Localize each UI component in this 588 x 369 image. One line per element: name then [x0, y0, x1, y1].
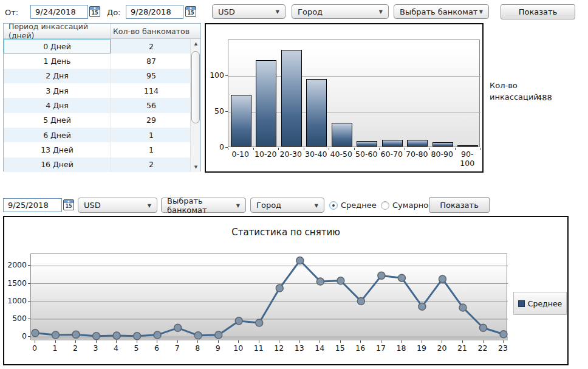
from-calendar-icon[interactable]: 15: [89, 6, 100, 17]
to-date-input[interactable]: 9/28/2018: [126, 5, 183, 19]
table-row[interactable]: 5 Дней29: [4, 113, 191, 128]
table-row[interactable]: 16 Дней2: [4, 157, 191, 172]
table-row[interactable]: 13 Дней1: [4, 142, 191, 157]
total-radio[interactable]: [381, 201, 389, 210]
x-axis-tick: [360, 340, 361, 343]
cell-period[interactable]: 1 День: [4, 53, 111, 68]
currency-dropdown-bottom[interactable]: USD ▼: [78, 198, 157, 213]
cell-count[interactable]: 87: [111, 53, 191, 68]
data-point[interactable]: [154, 331, 161, 339]
city-dropdown-top[interactable]: Город ▼: [292, 4, 389, 19]
date-input-bottom[interactable]: 9/25/2018: [3, 198, 62, 212]
x-axis-tick: [253, 148, 254, 150]
cell-period[interactable]: 6 Дней: [4, 128, 111, 142]
scroll-up-icon[interactable]: ▲: [191, 39, 201, 49]
data-point[interactable]: [215, 331, 222, 339]
y-axis-tick-label: 50: [206, 106, 224, 116]
cell-count[interactable]: 2: [111, 39, 191, 53]
bar[interactable]: [281, 50, 302, 147]
data-point[interactable]: [72, 331, 80, 338]
to-calendar-icon[interactable]: 15: [185, 6, 196, 17]
bar[interactable]: [357, 141, 377, 147]
x-axis-tick-label: 90-100: [455, 150, 480, 168]
from-date-input[interactable]: 9/24/2018: [30, 5, 88, 19]
data-point[interactable]: [357, 297, 364, 305]
data-point[interactable]: [52, 331, 60, 339]
table-row[interactable]: 2 Дня95: [4, 69, 191, 83]
data-point[interactable]: [276, 285, 283, 292]
data-point[interactable]: [134, 333, 141, 340]
currency-dropdown-top[interactable]: USD ▼: [212, 4, 285, 19]
city-value: Город: [298, 7, 323, 16]
x-axis-tick: [278, 148, 279, 150]
scrollbar-thumb[interactable]: [191, 51, 200, 123]
bar[interactable]: [231, 95, 251, 147]
x-axis-tick: [177, 340, 178, 343]
data-point[interactable]: [113, 332, 120, 339]
data-point[interactable]: [500, 331, 507, 338]
average-radio-label[interactable]: Среднее: [341, 201, 377, 210]
cell-count[interactable]: 2: [111, 157, 191, 172]
data-point[interactable]: [419, 303, 426, 310]
table-row[interactable]: 4 Дня56: [4, 98, 191, 112]
table-row[interactable]: 3 Дня114: [4, 83, 191, 98]
data-point[interactable]: [256, 319, 263, 326]
cell-period[interactable]: 3 Дня: [4, 83, 111, 98]
cell-period[interactable]: 13 Дней: [4, 142, 111, 157]
show-button-top[interactable]: Показать: [501, 4, 575, 19]
bar[interactable]: [382, 140, 403, 147]
data-point[interactable]: [378, 272, 385, 279]
table-scrollbar[interactable]: ▲ ▼: [190, 39, 200, 172]
cell-count[interactable]: 29: [111, 113, 191, 128]
bar[interactable]: [407, 140, 428, 147]
cell-count[interactable]: 1: [111, 128, 191, 142]
bar[interactable]: [332, 123, 352, 147]
data-point[interactable]: [296, 257, 304, 264]
data-point[interactable]: [398, 274, 405, 281]
city-dropdown-bottom[interactable]: Город ▼: [250, 198, 324, 213]
total-radio-label[interactable]: Сумарное: [392, 201, 433, 210]
cell-period[interactable]: 4 Дня: [4, 98, 111, 112]
table-row[interactable]: 1 День87: [4, 53, 191, 68]
bar[interactable]: [432, 142, 453, 147]
data-point[interactable]: [32, 329, 39, 337]
calendar-icon-bottom[interactable]: 15: [63, 199, 74, 210]
average-radio[interactable]: [329, 201, 338, 210]
from-label: От:: [5, 8, 18, 17]
bar[interactable]: [306, 79, 327, 147]
data-point[interactable]: [316, 278, 324, 285]
bar[interactable]: [256, 60, 276, 147]
cell-period[interactable]: 2 Дня: [4, 69, 111, 83]
data-point[interactable]: [174, 324, 182, 331]
data-point[interactable]: [337, 277, 344, 285]
bar[interactable]: [457, 145, 478, 147]
table-row[interactable]: 0 Дней2: [4, 39, 191, 53]
cell-period[interactable]: 0 Дней: [4, 39, 111, 53]
cell-count[interactable]: 114: [111, 83, 191, 98]
atm-dropdown-top[interactable]: Выбрать банкомат ▼: [394, 4, 489, 19]
cell-count[interactable]: 1: [111, 142, 191, 157]
cell-period[interactable]: 16 Дней: [4, 157, 111, 172]
data-point[interactable]: [235, 317, 242, 325]
x-axis-tick-label: 70-80: [405, 150, 430, 159]
cell-count[interactable]: 95: [111, 69, 191, 83]
scroll-down-icon[interactable]: ▼: [191, 162, 201, 172]
x-axis-tick: [35, 340, 35, 343]
withdrawal-line-chart-panel: Статистика по снятию Среднее 05001000150…: [3, 216, 569, 365]
data-point[interactable]: [459, 304, 467, 311]
column-header-period[interactable]: Период инкассаций (дней): [4, 24, 111, 38]
data-point[interactable]: [439, 275, 446, 283]
x-axis-tick-label: 15: [330, 343, 350, 353]
x-axis-tick-label: 18: [391, 343, 411, 353]
show-button-bottom[interactable]: Показать: [429, 197, 490, 213]
atm-dropdown-bottom[interactable]: Выбрать банкомат ▼: [161, 198, 246, 213]
cell-count[interactable]: 56: [111, 98, 191, 112]
column-header-count[interactable]: Кол-во банкоматов: [111, 24, 191, 38]
data-point[interactable]: [93, 333, 100, 340]
data-point[interactable]: [194, 332, 202, 339]
cell-period[interactable]: 5 Дней: [4, 113, 111, 128]
chevron-down-icon: ▼: [479, 9, 483, 15]
data-point[interactable]: [479, 324, 487, 331]
table-row[interactable]: 6 Дней1: [4, 128, 191, 142]
x-axis-tick-label: 11: [249, 343, 268, 353]
